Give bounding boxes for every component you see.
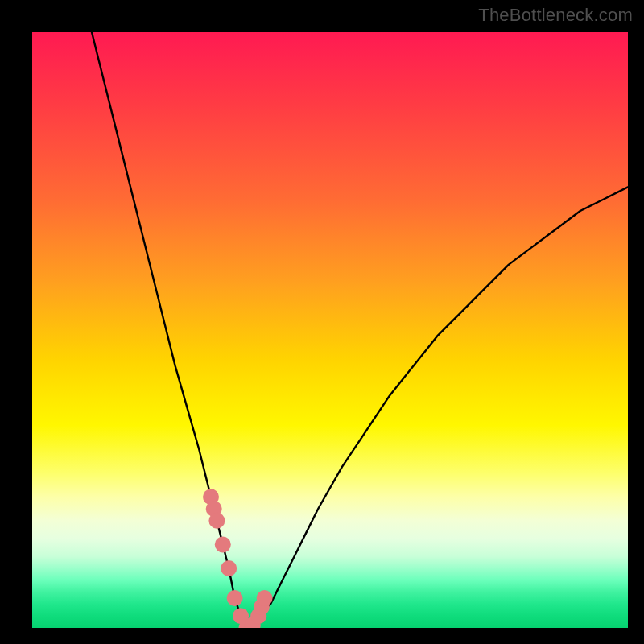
watermark-text: TheBottleneck.com — [478, 5, 633, 26]
marker-dot — [215, 536, 231, 552]
chart-frame: TheBottleneck.com — [0, 0, 644, 644]
marker-dot — [257, 590, 273, 606]
marker-dot — [208, 513, 225, 529]
curve-layer — [32, 32, 628, 628]
marker-dot — [221, 560, 237, 576]
bottleneck-curve — [92, 32, 628, 628]
plot-area — [32, 32, 628, 628]
marker-dot — [227, 590, 243, 606]
